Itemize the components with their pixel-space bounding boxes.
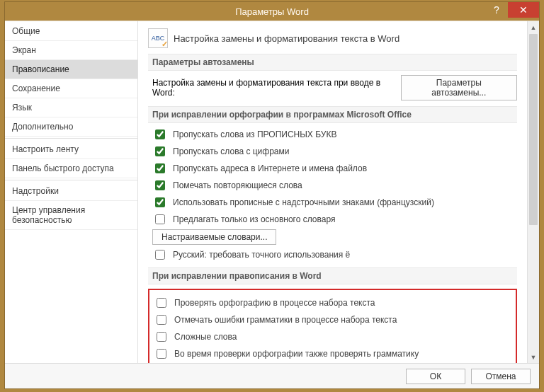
cb-ignore-urls[interactable] (155, 163, 165, 173)
sidebar-item-save[interactable]: Сохранение (5, 79, 137, 98)
close-button[interactable]: ✕ (508, 2, 539, 18)
sidebar-item-advanced[interactable]: Дополнительно (5, 117, 137, 137)
section-office-spell-title: При исправлении орфографии в программах … (148, 106, 517, 123)
cb-russian-yo[interactable] (155, 250, 165, 260)
dialog-footer: ОК Отмена (5, 363, 539, 388)
cb-complex-words[interactable] (157, 332, 166, 342)
sidebar-item-language[interactable]: Язык (5, 98, 137, 117)
section-autocorrect-title: Параметры автозамены (148, 54, 517, 71)
cb-mark-grammar-typing[interactable] (157, 315, 166, 325)
scroll-thumb[interactable] (529, 34, 538, 225)
sidebar-item-display[interactable]: Экран (5, 41, 137, 60)
custom-dictionaries-button[interactable]: Настраиваемые словари... (152, 229, 276, 245)
sidebar-item-proofing[interactable]: Правописание (5, 60, 137, 79)
scroll-down-arrow[interactable]: ▼ (528, 351, 539, 363)
window-title: Параметры Word (235, 6, 309, 17)
ok-button[interactable]: ОК (406, 369, 465, 384)
vertical-scrollbar[interactable]: ▲ ▼ (527, 21, 539, 363)
sidebar-item-quick-access[interactable]: Панель быстрого доступа (5, 159, 137, 178)
autocorrect-text: Настройка замены и форматирования текста… (152, 78, 395, 98)
cb-main-dict-only[interactable] (155, 214, 165, 224)
cancel-button[interactable]: Отмена (471, 369, 531, 384)
help-button[interactable]: ? (485, 2, 508, 18)
sidebar-item-customize-ribbon[interactable]: Настроить ленту (5, 140, 137, 159)
cb-ignore-digits[interactable] (155, 146, 165, 156)
page-heading: Настройка замены и форматирования текста… (174, 33, 400, 44)
cb-flag-repeated[interactable] (155, 180, 165, 190)
sidebar-item-trust-center[interactable]: Центр управления безопасностью (5, 201, 137, 230)
cb-french-uppercase[interactable] (155, 197, 165, 207)
titlebar: Параметры Word ? ✕ (5, 2, 539, 21)
main-panel: ABC Настройка замены и форматирования те… (138, 21, 539, 363)
scroll-up-arrow[interactable]: ▲ (528, 21, 539, 33)
options-dialog: Параметры Word ? ✕ Общие Экран Правописа… (4, 1, 540, 389)
sidebar-item-general[interactable]: Общие (5, 22, 137, 41)
highlighted-group: Проверять орфографию в процессе набора т… (148, 289, 517, 363)
sidebar-item-addins[interactable]: Надстройки (5, 182, 137, 201)
cb-ignore-uppercase[interactable] (155, 129, 165, 139)
autocorrect-options-button[interactable]: Параметры автозамены... (401, 75, 517, 100)
proofing-icon: ABC (148, 28, 168, 48)
section-word-spell-title: При исправлении правописания в Word (148, 267, 517, 284)
cb-check-grammar-with-spell[interactable] (157, 349, 166, 359)
category-sidebar: Общие Экран Правописание Сохранение Язык… (5, 21, 138, 363)
cb-check-spelling-typing[interactable] (157, 298, 166, 308)
